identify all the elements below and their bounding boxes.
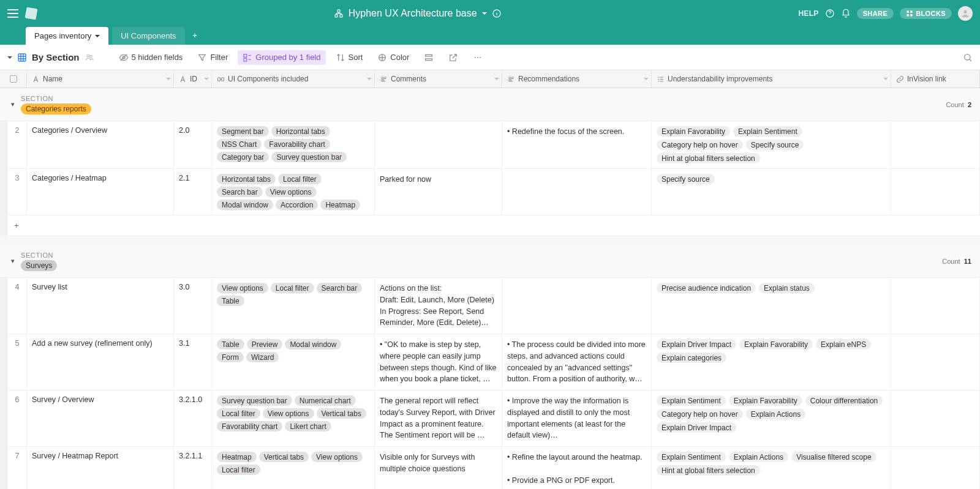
cell-understandability[interactable]: Explain SentimentExplain ActionsVisualis… <box>652 447 891 489</box>
cell-id[interactable]: 3.1 <box>174 334 212 390</box>
link-field-icon <box>217 75 225 83</box>
group-section-label: SECTION <box>21 252 57 259</box>
column-comments[interactable]: Comments <box>375 70 502 88</box>
cell-name[interactable]: Categories / Heatmap <box>27 169 174 215</box>
cell-id[interactable]: 2.1 <box>174 169 212 215</box>
blocks-button[interactable]: BLOCKS <box>900 8 952 19</box>
component-tag: Vertical tabs <box>317 408 366 419</box>
cell-comments[interactable]: The general report will reflect today's … <box>375 390 502 446</box>
help-icon[interactable] <box>825 9 835 18</box>
component-tag: Local filter <box>278 174 322 184</box>
cell-components[interactable]: Horizontal tabsLocal filterSearch barVie… <box>212 169 375 215</box>
filter-icon <box>197 53 207 62</box>
column-understandability[interactable]: Understandability improvements <box>652 70 891 88</box>
cell-id[interactable]: 3.0 <box>174 278 212 334</box>
cell-components[interactable]: Survey question barNumerical chartLocal … <box>212 390 375 446</box>
help-link[interactable]: HELP <box>798 9 818 18</box>
tab-pages-inventory[interactable]: Pages inventory <box>26 27 108 45</box>
view-name[interactable]: By Section <box>32 52 80 62</box>
share-button[interactable]: SHARE <box>857 8 894 19</box>
svg-point-19 <box>475 57 476 58</box>
views-chevron-icon[interactable] <box>7 56 12 61</box>
cell-comments[interactable] <box>375 121 502 168</box>
cell-name[interactable]: Categories / Overview <box>27 121 174 168</box>
select-all[interactable] <box>0 70 27 88</box>
column-id[interactable]: ID <box>174 70 212 88</box>
cell-comments[interactable]: Visible only for Surveys with multiple c… <box>375 447 502 489</box>
table-row[interactable]: 6Survey / Overview3.2.1.0Survey question… <box>8 390 980 447</box>
cell-recommendations[interactable]: • Improve the way the information is dis… <box>502 390 652 446</box>
cell-name[interactable]: Survey / Overview <box>27 390 174 446</box>
group-toggle[interactable]: ▾ <box>11 257 15 265</box>
group-section-label: SECTION <box>21 95 91 102</box>
cell-invision[interactable] <box>891 121 980 168</box>
add-tab-button[interactable] <box>185 28 205 45</box>
cell-invision[interactable] <box>891 278 980 334</box>
cell-recommendations[interactable] <box>502 169 652 215</box>
svg-rect-10 <box>18 54 26 61</box>
component-tag: View options <box>263 408 314 419</box>
cell-recommendations[interactable]: • The process could be divided into more… <box>502 334 652 390</box>
cell-id[interactable]: 3.2.1.1 <box>174 447 212 489</box>
cell-components[interactable]: HeatmapVertical tabsView optionsLocal fi… <box>212 447 375 489</box>
column-invision[interactable]: InVision link <box>891 70 980 88</box>
cell-invision[interactable] <box>891 169 980 215</box>
cell-name[interactable]: Survey list <box>27 278 174 334</box>
hidden-fields-button[interactable]: 5 hidden fields <box>114 50 188 65</box>
cell-components[interactable]: TablePreviewModal windowFormWizard <box>212 334 375 390</box>
bell-icon[interactable] <box>841 9 851 18</box>
component-tag: Modal window <box>285 339 341 349</box>
table-row[interactable]: 5Add a new survey (refinement only)3.1Ta… <box>8 334 980 390</box>
column-ui-components[interactable]: UI Components included <box>212 70 375 88</box>
row-number: 2 <box>8 121 27 168</box>
menu-icon[interactable] <box>7 9 18 18</box>
cell-comments[interactable]: Parked for now <box>375 169 502 215</box>
color-button[interactable]: Color <box>372 50 414 65</box>
share-view-button[interactable] <box>443 50 463 65</box>
add-row-button[interactable]: + <box>8 215 980 236</box>
table-row[interactable]: 4Survey list3.0View optionsLocal filterS… <box>8 278 980 334</box>
cell-recommendations[interactable] <box>502 278 652 334</box>
column-recommendations[interactable]: Recommendations <box>502 70 652 88</box>
row-height-icon <box>424 53 434 62</box>
cell-comments[interactable]: • "OK to make is step by step, where peo… <box>375 334 502 390</box>
cell-recommendations[interactable]: • Redefine the focus of the screen. <box>502 121 652 168</box>
more-button[interactable] <box>468 50 488 65</box>
title-chevron-icon[interactable] <box>482 12 487 17</box>
group-button[interactable]: Grouped by 1 field <box>238 50 325 65</box>
sort-button[interactable]: Sort <box>331 50 368 65</box>
cell-understandability[interactable]: Explain SentimentExplain FavorabilityCol… <box>652 390 891 446</box>
cell-understandability[interactable]: Precise audience indicationExplain statu… <box>652 278 891 334</box>
cell-comments[interactable]: Actions on the list:Draft: Edit, Launch,… <box>375 278 502 334</box>
cell-understandability[interactable]: Explain Driver ImpactExplain Favorabilit… <box>652 334 891 390</box>
table-row[interactable]: 3Categories / Heatmap2.1Horizontal tabsL… <box>8 169 980 215</box>
component-tag: View options <box>311 452 363 462</box>
cell-name[interactable]: Add a new survey (refinement only) <box>27 334 174 390</box>
search-icon[interactable] <box>963 53 973 62</box>
cell-recommendations[interactable]: • Refine the layout around the heatmap.•… <box>502 447 652 489</box>
cell-invision[interactable] <box>891 390 980 446</box>
cell-id[interactable]: 2.0 <box>174 121 212 168</box>
table-row[interactable]: 2Categories / Overview2.0Segment barHori… <box>8 121 980 169</box>
logo-icon <box>25 7 38 20</box>
cell-name[interactable]: Survey / Heatmap Report <box>27 447 174 489</box>
row-height-button[interactable] <box>419 50 439 65</box>
cell-invision[interactable] <box>891 334 980 390</box>
column-name[interactable]: Name <box>27 70 174 88</box>
cell-id[interactable]: 3.2.1.0 <box>174 390 212 446</box>
cell-understandability[interactable]: Explain FavorabilityExplain SentimentCat… <box>652 121 891 168</box>
table-row[interactable]: 7Survey / Heatmap Report3.2.1.1HeatmapVe… <box>8 447 980 489</box>
svg-point-20 <box>477 57 478 58</box>
filter-button[interactable]: Filter <box>192 50 233 65</box>
cell-invision[interactable] <box>891 447 980 489</box>
improvement-tag: Explain Driver Impact <box>657 339 736 349</box>
people-icon[interactable] <box>85 53 94 62</box>
cell-understandability[interactable]: Specify source <box>652 169 891 215</box>
cell-components[interactable]: Segment barHorizontal tabsNSS ChartFavor… <box>212 121 375 168</box>
info-icon[interactable] <box>492 9 502 18</box>
cell-components[interactable]: View optionsLocal filterSearch barTable <box>212 278 375 334</box>
text-field-icon <box>179 75 187 83</box>
group-toggle[interactable]: ▾ <box>11 100 15 108</box>
tab-ui-components[interactable]: UI Components <box>112 27 184 45</box>
avatar[interactable] <box>958 6 973 21</box>
